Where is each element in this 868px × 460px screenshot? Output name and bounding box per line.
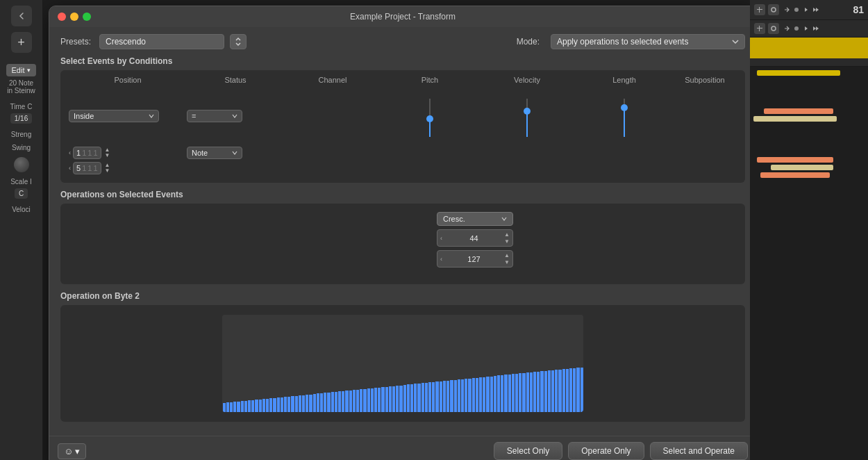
piano-note-5 [771, 165, 833, 170]
col-header-position: Position [69, 76, 187, 84]
pos-down-2[interactable]: ▼ [105, 168, 110, 174]
svg-point-3 [794, 8, 799, 12]
col-headers: Position Status Channel Pitch Velocity L… [69, 76, 737, 84]
mode-select[interactable]: Apply operations to selected events [551, 34, 745, 49]
right-top: 81 [750, 0, 868, 20]
velocity-operation: Cresc. ‹ 44 ▲ ▼ [437, 212, 513, 268]
piano-note-6 [760, 172, 830, 178]
position-value: Inside [74, 112, 94, 120]
swing-knob[interactable] [14, 157, 29, 172]
byte-panel-title: Operation on Byte 2 [60, 291, 745, 301]
main-area: Example Project - Transform Presets: Cre… [43, 0, 750, 460]
mode-value: Apply operations to selected events [557, 37, 688, 47]
condition-row-2: ‹ 1 1 1 1 ▲ ▼ [69, 147, 737, 159]
val2: 127 [444, 255, 504, 263]
cresc-select[interactable]: Cresc. [437, 212, 513, 226]
status-eq-select[interactable]: = [187, 110, 242, 122]
swing-label: Swing [12, 144, 31, 151]
svg-point-7 [794, 26, 799, 31]
position-stepper-row1[interactable]: 1 1 1 1 [73, 147, 101, 159]
pos-chevron-2[interactable]: ‹ [69, 165, 71, 172]
rt-icon-2[interactable] [768, 4, 779, 15]
length-slider-1[interactable] [576, 88, 673, 144]
dialog-title: Example Project - Transform [350, 12, 456, 22]
dialog-titlebar: Example Project - Transform [49, 6, 750, 27]
preset-input[interactable]: Crescendo [99, 34, 224, 49]
close-button[interactable] [58, 13, 66, 21]
position-select[interactable]: Inside [69, 110, 159, 122]
note-type-select[interactable]: Note [187, 147, 242, 159]
edit-chevron: ▾ [27, 67, 31, 74]
piano-notes-group [750, 108, 868, 122]
chevron-icon: ▾ [75, 446, 80, 457]
rt-icon-1[interactable] [754, 4, 765, 15]
right-top-icons [754, 4, 779, 15]
col-header-pitch: Pitch [381, 76, 478, 84]
operate-only-button[interactable]: Operate Only [568, 442, 644, 460]
edit-label: Edit [12, 66, 25, 74]
right-top-2 [750, 20, 868, 38]
position-stepper-row2[interactable]: 5 1 1 1 [73, 162, 101, 174]
operations-panel: Cresc. ‹ 44 ▲ ▼ [60, 204, 745, 284]
col-header-subposition: Subposition [673, 76, 737, 84]
piano-note-2 [764, 108, 833, 114]
right-top-icons-2 [754, 23, 779, 34]
piano-note-4 [757, 157, 833, 163]
rt-icon-3[interactable] [754, 23, 765, 34]
chart-area[interactable] [222, 315, 583, 412]
val1-up[interactable]: ▲ [504, 231, 510, 238]
col-header-length: Length [576, 76, 673, 84]
select-and-operate-button[interactable]: Select and Operate [650, 442, 748, 460]
dialog-body: Presets: Crescendo Mode: Apply operation… [49, 27, 750, 436]
traffic-lights [58, 13, 91, 21]
col-header-channel: Channel [284, 76, 381, 84]
add-button[interactable]: + [11, 32, 32, 53]
bottom-left: ☺ ▾ [58, 443, 86, 459]
val1: 44 [444, 234, 504, 243]
mode-label: Mode: [517, 37, 540, 47]
transform-dialog: Example Project - Transform Presets: Cre… [49, 6, 750, 460]
scale-label: Scale I [10, 178, 32, 186]
preset-dropdown-btn[interactable] [230, 34, 247, 49]
velocity-label: Veloci [12, 206, 31, 213]
chart-bars [222, 367, 583, 412]
strength-label: Streng [11, 131, 31, 138]
byte-panel [60, 305, 745, 422]
piano-note-1 [757, 70, 840, 76]
operations-title: Operations on Selected Events [60, 190, 745, 199]
condition-row-1: Inside = [69, 88, 737, 144]
status-eq: = [192, 112, 196, 120]
ruler-strip [750, 58, 868, 67]
emoji-button[interactable]: ☺ ▾ [58, 443, 86, 459]
right-panel: 81 [750, 0, 868, 460]
select-only-button[interactable]: Select Only [494, 442, 562, 460]
rt-icon-4[interactable] [768, 23, 779, 34]
time-value[interactable]: 1/16 [10, 113, 32, 124]
val1-decrease[interactable]: ‹ [440, 235, 442, 242]
pos-down-1[interactable]: ▼ [105, 153, 110, 158]
maximize-button[interactable] [83, 13, 91, 21]
pos-chevron-1[interactable]: ‹ [69, 149, 71, 156]
val2-up[interactable]: ▲ [504, 252, 510, 259]
condition-row-3: ‹ 5 1 1 1 ▲ ▼ [69, 162, 737, 174]
val2-down[interactable]: ▼ [504, 259, 510, 266]
pitch-slider-1[interactable] [381, 88, 478, 144]
velocity-slider-1[interactable] [478, 88, 576, 144]
conditions-panel: Position Status Channel Pitch Velocity L… [60, 70, 745, 183]
col-header-velocity: Velocity [478, 76, 576, 84]
conditions-title: Select Events by Conditions [60, 56, 745, 66]
emoji-icon: ☺ [64, 446, 73, 457]
val2-stepper[interactable]: ‹ 127 ▲ ▼ [437, 250, 513, 268]
edit-mode-button[interactable]: Edit ▾ [6, 64, 37, 76]
minimize-button[interactable] [70, 13, 78, 21]
piano-note-3 [753, 116, 837, 122]
val2-decrease[interactable]: ‹ [440, 256, 442, 263]
svg-rect-5 [759, 26, 760, 31]
note-count: 20 Note in Steinw [7, 79, 35, 95]
back-icon[interactable] [11, 6, 32, 26]
piano-roll-area [750, 67, 868, 460]
key-value[interactable]: C [15, 188, 28, 199]
presets-row: Presets: Crescendo Mode: Apply operation… [60, 34, 745, 49]
val1-down[interactable]: ▼ [504, 238, 510, 245]
val1-stepper[interactable]: ‹ 44 ▲ ▼ [437, 229, 513, 247]
